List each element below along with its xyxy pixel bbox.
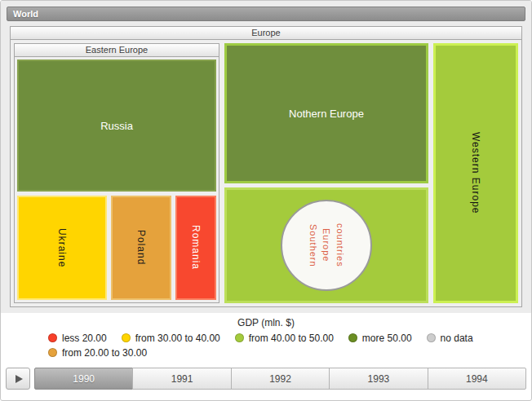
legend-item-less-20[interactable]: less 20.00 — [48, 333, 107, 344]
legend-item-40-50[interactable]: from 40.00 to 50.00 — [235, 333, 334, 344]
legend-label: less 20.00 — [62, 333, 107, 344]
tile-western-europe[interactable]: Western Europe — [433, 43, 518, 303]
group-europe-content: Eastern Europe Russia Ukraine Poland — [11, 40, 521, 306]
group-europe-header[interactable]: Europe — [11, 27, 521, 40]
tile-romania[interactable]: Romania — [175, 196, 216, 300]
legend-marker-gray — [427, 333, 436, 342]
timeline-years: 1990 1991 1992 1993 1994 — [34, 368, 526, 390]
legend-item-more-50[interactable]: more 50.00 — [348, 333, 412, 344]
legend-marker-red — [48, 333, 57, 342]
legend-label: no data — [441, 333, 473, 344]
group-eastern-europe-content: Russia Ukraine Poland Romania — [15, 57, 219, 302]
group-eastern-europe: Eastern Europe Russia Ukraine Poland — [14, 43, 219, 303]
legend-row-2: from 20.00 to 30.00 — [48, 346, 531, 359]
group-eastern-europe-header[interactable]: Eastern Europe — [15, 44, 219, 57]
legend: GDP (mln. $) less 20.00 from 30.00 to 40… — [1, 316, 531, 359]
tile-russia-label: Russia — [100, 120, 133, 132]
middle-column: Nothern Europe Southern Europe countries — [224, 43, 428, 303]
tile-ukraine-label: Ukraine — [56, 228, 68, 267]
legend-item-no-data[interactable]: no data — [427, 333, 473, 344]
legend-row-1: less 20.00 from 30.00 to 40.00 from 40.0… — [48, 332, 531, 344]
tile-southern-europe-label: Southern Europe countries — [306, 223, 347, 267]
legend-marker-yellowgreen — [235, 333, 244, 342]
tile-ukraine[interactable]: Ukraine — [17, 196, 107, 300]
eastern-bottom-row: Ukraine Poland Romania — [17, 196, 216, 300]
play-button[interactable] — [6, 368, 30, 390]
year-button-1993[interactable]: 1993 — [329, 368, 428, 390]
tile-russia[interactable]: Russia — [17, 59, 216, 192]
year-button-1994[interactable]: 1994 — [428, 368, 526, 390]
southern-europe-circle: Southern Europe countries — [281, 200, 372, 291]
chart-area: World Europe Eastern Europe Russia Ukrai… — [1, 1, 531, 313]
tile-western-europe-label: Western Europe — [470, 132, 481, 214]
legend-item-30-40[interactable]: from 30.00 to 40.00 — [122, 333, 220, 344]
legend-marker-yellow — [122, 333, 131, 342]
legend-label: from 30.00 to 40.00 — [135, 333, 220, 344]
play-icon — [16, 375, 23, 383]
year-button-1991[interactable]: 1991 — [132, 368, 231, 390]
breadcrumb-world[interactable]: World — [7, 7, 525, 21]
tile-northern-europe[interactable]: Nothern Europe — [224, 43, 428, 183]
legend-marker-darkgreen — [348, 333, 357, 342]
tile-romania-label: Romania — [190, 225, 202, 270]
breadcrumb-world-label: World — [13, 9, 38, 19]
tile-poland-label: Poland — [135, 230, 147, 265]
legend-label: from 40.00 to 50.00 — [249, 333, 334, 344]
legend-marker-orange — [48, 348, 57, 357]
group-europe: Europe Eastern Europe Russia Ukraine — [10, 26, 522, 307]
legend-label: more 50.00 — [362, 333, 412, 344]
tile-southern-europe[interactable]: Southern Europe countries — [224, 187, 428, 303]
tile-northern-europe-label: Nothern Europe — [289, 108, 364, 120]
legend-title: GDP (mln. $) — [1, 316, 531, 329]
year-button-1990[interactable]: 1990 — [34, 368, 133, 390]
tile-poland[interactable]: Poland — [111, 196, 171, 300]
legend-item-20-30[interactable]: from 20.00 to 30.00 — [48, 347, 147, 359]
timeline: 1990 1991 1992 1993 1994 — [1, 368, 531, 390]
year-button-1992[interactable]: 1992 — [231, 368, 330, 390]
legend-label: from 20.00 to 30.00 — [62, 347, 147, 359]
treemap-widget: World Europe Eastern Europe Russia Ukrai… — [0, 0, 532, 401]
